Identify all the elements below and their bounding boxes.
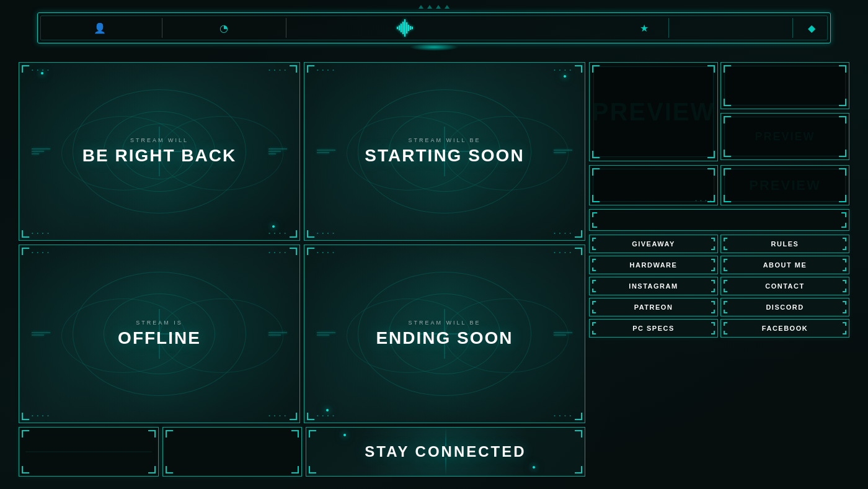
corner-tl	[724, 238, 727, 241]
corner-br	[148, 466, 156, 473]
dots-br: • • • •	[554, 413, 572, 418]
corner-tl	[592, 212, 597, 217]
nav-button-hardware-label: HARDWARE	[630, 261, 678, 269]
acc-line	[268, 151, 281, 152]
webcam-frame: • • • •	[589, 165, 718, 205]
corner-br	[839, 195, 846, 202]
corner-tr	[839, 116, 846, 123]
secondary-monitor-top	[720, 62, 849, 109]
dots-tl: • • • •	[317, 250, 335, 254]
nav-button-contact[interactable]: CONTACT	[720, 277, 849, 295]
acc-line	[317, 335, 329, 336]
corner-bl	[724, 246, 727, 250]
corner-bl	[592, 267, 596, 271]
corner-tr	[711, 259, 715, 262]
top-decorative-arrows	[418, 5, 450, 9]
nav-button-patreon[interactable]: PATREON	[589, 298, 718, 316]
offline-title: OFFLINE	[118, 328, 201, 348]
corner-bl	[307, 230, 314, 238]
nav-button-instagram[interactable]: INSTAGRAM	[589, 277, 718, 295]
chat-alert-box	[589, 209, 849, 231]
corner-tr	[575, 65, 582, 73]
dollar-icon: ◔	[219, 22, 228, 34]
dots-tl: • • • •	[32, 250, 50, 254]
side-accent-right	[554, 150, 572, 153]
top-bar-glow	[409, 43, 459, 51]
label-box-1	[19, 427, 159, 477]
corner-br	[575, 413, 582, 420]
side-accent-left	[317, 333, 335, 336]
acc-line	[317, 333, 335, 333]
glow-dot	[41, 72, 43, 74]
corner-br	[843, 331, 846, 334]
star-icon: ★	[640, 22, 649, 34]
nav-button-pc-specs[interactable]: PC SPECS	[589, 319, 718, 338]
watermark-text: PREVIEW	[593, 98, 714, 126]
corner-bl	[724, 99, 731, 106]
corner-tr	[707, 168, 715, 176]
corner-br	[291, 466, 299, 473]
corner-br	[711, 289, 715, 292]
corner-tr	[843, 301, 846, 305]
side-accent-left	[32, 333, 50, 336]
nav-button-facebook[interactable]: FACEBOOK	[720, 319, 849, 338]
corner-bl	[22, 230, 29, 238]
pulse-bar	[397, 27, 398, 29]
nav-button-instagram-label: INSTAGRAM	[629, 282, 678, 290]
side-accent-right	[268, 333, 287, 336]
acc-line	[32, 151, 44, 152]
corner-tr	[843, 280, 846, 284]
corner-tl	[592, 168, 600, 176]
pulse-bar	[412, 27, 413, 29]
acc-line	[554, 333, 572, 333]
corner-tl	[592, 301, 596, 305]
arrow-3	[436, 5, 441, 9]
pulse-bar	[402, 22, 404, 34]
corner-br	[711, 267, 715, 271]
watermark-preview: PREVIEW	[755, 130, 815, 143]
corner-bl	[724, 267, 727, 271]
top-navigation-bar: 👤 ◔ ★ ◆	[37, 12, 831, 43]
corner-bl	[592, 246, 596, 250]
corner-bl	[724, 331, 727, 334]
corner-tr	[843, 238, 846, 241]
nav-button-discord[interactable]: DISCORD	[720, 298, 849, 316]
nav-button-facebook-label: FACEBOOK	[762, 325, 808, 332]
corner-tl	[592, 280, 596, 284]
corner-bl	[307, 413, 314, 420]
bottom-row: STAY CONNECTED	[19, 427, 585, 477]
corner-tr	[711, 301, 715, 305]
nav-button-about-me[interactable]: ABOUT ME	[720, 256, 849, 274]
stay-connected-title: STAY CONNECTED	[365, 443, 526, 460]
dots-br: • • • •	[268, 413, 287, 418]
top-bar-border: 👤 ◔ ★ ◆	[37, 12, 831, 43]
dots-tr: • • • •	[554, 250, 572, 254]
corner-br	[711, 310, 715, 313]
corner-tl	[724, 259, 727, 262]
nav-button-hardware[interactable]: HARDWARE	[589, 256, 718, 274]
corner-tl	[166, 430, 173, 437]
acc-line	[32, 149, 50, 150]
main-content-area: • • • • • • • • • • • • • • • • STREAM W…	[19, 62, 849, 477]
dots-tr: • • • •	[268, 250, 287, 254]
corner-bl	[592, 151, 600, 158]
corner-tl	[592, 65, 600, 73]
glow-dot	[564, 75, 566, 78]
corner-tr	[575, 248, 582, 255]
nav-button-rules[interactable]: RULES	[720, 235, 849, 253]
nav-button-giveaway[interactable]: GIVEAWAY	[589, 235, 718, 253]
corner-tr	[290, 248, 297, 255]
nav-button-discord-label: DISCORD	[766, 303, 804, 311]
side-accent-right	[268, 149, 287, 155]
side-accent-left	[32, 149, 50, 155]
monitor-grid: PREVIEW PREVIEW	[589, 62, 849, 161]
be-right-back-title: BE RIGHT BACK	[82, 146, 236, 166]
nav-button-about-me-label: ABOUT ME	[763, 261, 807, 269]
webcam-row: • • • • PREVIEW	[589, 165, 849, 205]
bar-segment-pulse	[341, 13, 527, 43]
starting-soon-title: STARTING SOON	[365, 146, 524, 166]
corner-tl	[22, 430, 29, 437]
main-monitor-screen: PREVIEW	[593, 66, 714, 157]
corner-br	[575, 230, 582, 238]
side-accent-left	[317, 150, 335, 153]
